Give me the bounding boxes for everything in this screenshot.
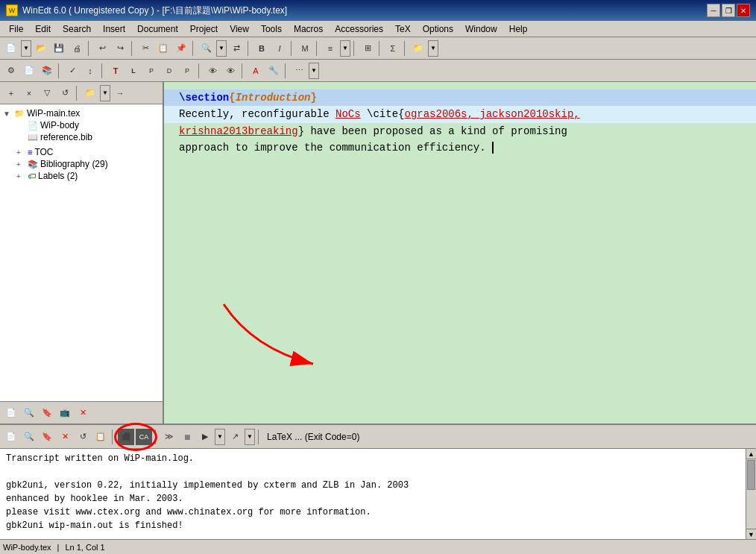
find-button[interactable]: 🔍 [198,40,215,57]
new-button[interactable]: 📄 [3,40,19,57]
console-stop-btn[interactable]: ✕ [57,429,73,445]
new-dropdown[interactable]: ▼ [21,40,31,57]
menu-help[interactable]: Help [503,22,534,36]
tree-labels-label[interactable]: Labels (2) [38,171,78,181]
cut-button[interactable]: ✂ [137,40,154,57]
console-terminal-btn2[interactable]: CA [136,429,152,445]
tree-wip-body-label[interactable]: WiP-body [40,120,79,130]
console-action-btn[interactable]: ↗ [227,429,243,445]
sync-button[interactable]: ↕ [82,63,98,79]
tree-bibliography-label[interactable]: Bibliography (29) [40,159,108,169]
sidebar-close-btn[interactable]: ✕ [75,405,91,421]
menu-options[interactable]: Options [417,22,459,36]
menu-window[interactable]: Window [459,22,503,36]
view-dvi-button[interactable]: 👁 [204,63,221,79]
tree-item-wip-body[interactable]: 📄 WiP-body [3,119,160,131]
menu-accessories[interactable]: Accessories [329,22,389,36]
pdftex-button[interactable]: P [143,63,160,79]
tree-item-toc[interactable]: + ≡ TOC [3,146,160,158]
sidebar-expand-button[interactable]: + [3,85,19,101]
undo-button[interactable]: ↩ [94,40,110,57]
console-stop2-btn[interactable]: ⏹ [179,429,195,445]
root-folder-icon: 📁 [14,109,25,119]
list-button[interactable]: ≡ [322,40,338,57]
sidebar-btn4[interactable]: 📺 [57,405,73,421]
replace-button[interactable]: ⇄ [228,40,245,57]
sidebar-collapse-button[interactable]: × [21,85,37,101]
sidebar-folder-button[interactable]: 📁 [82,85,98,101]
sidebar-right-button[interactable]: → [112,85,128,101]
tree-item-labels[interactable]: + 🏷 Labels (2) [3,170,160,182]
copy-button[interactable]: 📋 [155,40,171,57]
view-pdf-button[interactable]: 📄 [21,63,37,79]
sidebar-refresh-button[interactable]: ↺ [57,85,73,101]
sidebar-btn3[interactable]: 🔖 [39,405,55,421]
latex-button[interactable]: L [125,63,142,79]
spell-check-button[interactable]: ✓ [64,63,81,79]
view-ps-button[interactable]: 👁 [222,63,239,79]
dvips-button[interactable]: D [161,63,177,79]
scroll-up-btn[interactable]: ▲ [746,449,756,459]
sidebar-btn2[interactable]: 🔍 [21,405,37,421]
menu-file[interactable]: File [3,22,29,36]
folder2-dropdown[interactable]: ▼ [428,40,438,57]
console-find-btn[interactable]: 🔍 [21,429,37,445]
sidebar-filter-button[interactable]: ▽ [39,85,55,101]
tree-item-reference[interactable]: 📖 reference.bib [3,131,160,143]
bibtex-button[interactable]: 📚 [39,63,55,79]
sidebar-btn1[interactable]: 📄 [3,405,19,421]
console-terminal-btn1[interactable]: ⬛ [118,429,134,445]
sidebar-folder-dropdown[interactable]: ▼ [100,85,110,101]
tree-root-label[interactable]: WiP-main.tex [27,108,80,119]
tree-reference-label[interactable]: reference.bib [40,132,92,142]
menu-view[interactable]: View [224,22,255,36]
bold-button[interactable]: B [253,40,270,57]
console-extra-btn[interactable]: ≫ [161,429,177,445]
more-button[interactable]: ⋯ [291,63,307,79]
paste-button[interactable]: 📌 [173,40,189,57]
tex-cite-key2: krishna2013breaking [179,125,298,137]
print-button[interactable]: 🖨 [69,40,85,57]
compile-button[interactable]: ⚙ [3,63,19,79]
math-button[interactable]: M [297,40,313,57]
scroll-thumb[interactable] [747,460,755,490]
console-fwd-dropdown[interactable]: ▼ [215,429,225,445]
console-bookmark-btn[interactable]: 🔖 [39,429,55,445]
table-button[interactable]: ⊞ [359,40,376,57]
menu-macros[interactable]: Macros [288,22,329,36]
sigma-button[interactable]: Σ [385,40,401,57]
more-dropdown[interactable]: ▼ [309,63,319,79]
menu-document[interactable]: Document [131,22,184,36]
open-button[interactable]: 📂 [33,40,49,57]
menu-edit[interactable]: Edit [29,22,57,36]
save-button[interactable]: 💾 [51,40,67,57]
menu-project[interactable]: Project [184,22,224,36]
close-button[interactable]: ✕ [737,4,750,17]
console-new-btn[interactable]: 📄 [3,429,19,445]
tree-toc-label[interactable]: TOC [34,147,53,157]
menu-tex[interactable]: TeX [389,22,417,36]
tree-item-root[interactable]: ▼ 📁 WiP-main.tex [3,107,160,119]
scroll-down-btn[interactable]: ▼ [746,529,756,539]
console-action-dropdown[interactable]: ▼ [245,429,255,445]
menu-search[interactable]: Search [57,22,97,36]
console-back-btn[interactable]: 📋 [92,429,109,445]
tex-compile-button[interactable]: T [107,63,124,79]
folder2-button[interactable]: 📁 [410,40,426,57]
menu-insert[interactable]: Insert [97,22,131,36]
redo-button[interactable]: ↪ [112,40,128,57]
acrobat-button[interactable]: A [248,63,264,79]
editor-area[interactable]: \section{Introduction} Recently, reconfi… [164,82,756,424]
italic-button[interactable]: I [271,40,288,57]
minimize-button[interactable]: ─ [707,4,720,17]
console-forward-btn[interactable]: ▶ [197,429,213,445]
restore-button[interactable]: ❐ [722,4,735,17]
menu-tools[interactable]: Tools [255,22,288,36]
console-output[interactable]: Transcript written on WiP-main.log. gbk2… [0,449,746,539]
console-reload-btn[interactable]: ↺ [75,429,91,445]
tools2-button[interactable]: 🔧 [265,63,282,79]
find-dropdown[interactable]: ▼ [216,40,227,57]
ps2pdf-button[interactable]: P [179,63,195,79]
list-dropdown[interactable]: ▼ [340,40,350,57]
tree-item-bibliography[interactable]: + 📚 Bibliography (29) [3,158,160,170]
